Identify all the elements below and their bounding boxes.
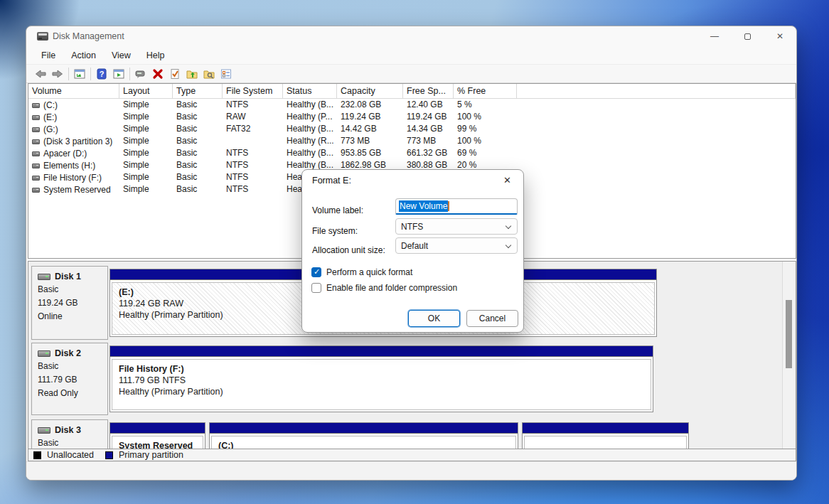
properties-list-button[interactable] — [218, 66, 235, 82]
volume-icon — [32, 139, 40, 144]
volume-label-input[interactable]: New Volume — [395, 198, 518, 215]
volume-icon — [32, 151, 40, 156]
check-document-icon — [169, 68, 181, 80]
check-document-button[interactable] — [166, 66, 183, 82]
partition-system-reserved[interactable]: System Reserved — [109, 422, 205, 449]
back-button[interactable] — [32, 66, 49, 82]
cell-free: 661.32 GB — [403, 147, 454, 159]
file-system-select[interactable]: NTFS — [395, 218, 518, 235]
cell-type: Basic — [173, 123, 223, 135]
text-caret — [448, 201, 449, 211]
disk-name: Disk 1 — [55, 272, 81, 282]
quick-format-checkbox-row[interactable]: Perform a quick format — [311, 267, 412, 277]
cell-status: Healthy (R... — [283, 135, 337, 147]
forward-arrow-icon — [52, 68, 63, 80]
cancel-button[interactable]: Cancel — [466, 310, 518, 327]
partition-health: Healthy (Primary Partition) — [119, 386, 651, 397]
console-window-play-icon — [113, 68, 124, 80]
table-row[interactable]: (Disk 3 partition 3) Simple Basic Health… — [28, 135, 796, 147]
disk-kind: Basic — [38, 360, 107, 372]
chevron-down-icon — [506, 242, 511, 248]
table-row[interactable]: (E:) Simple Basic RAW Healthy (P... 119.… — [28, 111, 796, 123]
minimize-button[interactable]: — — [698, 26, 731, 46]
help-button[interactable]: ? — [93, 66, 110, 82]
caption-buttons: — ✕ — [698, 26, 796, 46]
cell-fs: NTFS — [223, 147, 283, 159]
checkbox-checked-icon[interactable] — [311, 267, 321, 277]
partition-unnamed[interactable] — [522, 422, 689, 449]
folder-search-button[interactable] — [200, 66, 218, 82]
help-icon: ? — [96, 68, 107, 80]
menu-action[interactable]: Action — [63, 48, 104, 63]
volume-name: (C:) — [43, 100, 58, 110]
status-bar — [26, 461, 796, 481]
titlebar: Disk Management — ✕ — [26, 26, 796, 46]
partition-f[interactable]: File History (F:) 111.79 GB NTFS Healthy… — [109, 345, 653, 412]
dialog-close-button[interactable]: ✕ — [501, 173, 514, 187]
disk3-label-panel[interactable]: Disk 3 Basic — [31, 419, 108, 449]
legend-swatch-unallocated — [33, 451, 41, 459]
console-window-button[interactable] — [71, 66, 88, 82]
console-window-play-button[interactable] — [110, 66, 127, 82]
cell-type: Basic — [173, 147, 223, 159]
disk-size: 119.24 GB — [38, 297, 107, 309]
cell-type: Basic — [173, 99, 223, 111]
allocation-select[interactable]: Default — [395, 237, 518, 254]
compression-checkbox-row[interactable]: Enable file and folder compression — [311, 283, 457, 293]
scrollbar-thumb[interactable] — [786, 300, 792, 368]
cell-status: Healthy (B... — [283, 99, 337, 111]
ok-button[interactable]: OK — [408, 310, 460, 327]
volume-name: (E:) — [43, 112, 57, 122]
table-row[interactable]: Apacer (D:) Simple Basic NTFS Healthy (B… — [28, 147, 796, 159]
delete-button[interactable] — [149, 66, 166, 82]
table-row[interactable]: (G:) Simple Basic FAT32 Healthy (B... 14… — [28, 123, 796, 135]
legend-label-primary: Primary partition — [119, 450, 183, 460]
partition-body: (C:) — [211, 436, 516, 449]
partition-color-bar — [210, 423, 518, 434]
forward-button[interactable] — [49, 66, 66, 82]
folder-up-arrow-icon — [186, 68, 198, 80]
desktop: { "window": { "title": "Disk Management"… — [0, 0, 829, 504]
column-header-volume[interactable]: Volume — [28, 84, 119, 99]
menu-help[interactable]: Help — [139, 48, 173, 63]
cell-fs: NTFS — [223, 159, 283, 171]
vertical-scrollbar[interactable] — [782, 262, 794, 449]
volume-name: System Reserved — [43, 185, 111, 195]
popup-menu-button[interactable] — [132, 66, 149, 82]
disk-kind: Basic — [38, 437, 107, 449]
partition-c[interactable]: (C:) — [209, 422, 518, 449]
cell-type: Basic — [173, 171, 223, 183]
cell-status: Healthy (B... — [283, 123, 337, 135]
disk2-label-panel[interactable]: Disk 2 Basic 111.79 GB Read Only — [31, 343, 108, 415]
cell-type: Basic — [173, 135, 223, 147]
cell-type: Basic — [173, 183, 223, 195]
checkbox-unchecked-icon[interactable] — [311, 283, 321, 293]
column-header-status[interactable]: Status — [283, 84, 337, 99]
menu-file[interactable]: File — [33, 48, 63, 63]
column-header-layout[interactable]: Layout — [119, 84, 173, 99]
dialog-title: Format E: — [312, 176, 351, 186]
volume-name: Apacer (D:) — [43, 149, 87, 159]
partition-body — [524, 436, 687, 449]
disk1-label-panel[interactable]: Disk 1 Basic 119.24 GB Online — [31, 266, 108, 340]
cell-layout: Simple — [119, 171, 173, 183]
table-row[interactable]: (C:) Simple Basic NTFS Healthy (B... 232… — [28, 99, 796, 111]
column-header-file-system[interactable]: File System — [223, 84, 283, 99]
column-header-capacity[interactable]: Capacity — [337, 84, 403, 99]
volume-icon — [32, 127, 40, 132]
column-header-free-space[interactable]: Free Sp... — [403, 84, 454, 99]
disk-row-2: Disk 2 Basic 111.79 GB Read Only File Hi… — [30, 343, 783, 417]
menu-view[interactable]: View — [104, 48, 139, 63]
maximize-button[interactable] — [731, 26, 764, 46]
window-title: Disk Management — [53, 31, 124, 41]
column-header-type[interactable]: Type — [173, 84, 223, 99]
column-header-pct-free[interactable]: % Free — [454, 84, 517, 99]
app-icon — [37, 32, 48, 41]
cell-free: 773 MB — [403, 135, 454, 147]
popup-menu-icon — [135, 68, 146, 80]
volume-icon — [32, 176, 40, 181]
cell-capacity: 953.85 GB — [337, 147, 403, 159]
folder-export-button[interactable] — [183, 66, 200, 82]
cell-layout: Simple — [119, 183, 173, 195]
close-button[interactable]: ✕ — [764, 26, 796, 46]
